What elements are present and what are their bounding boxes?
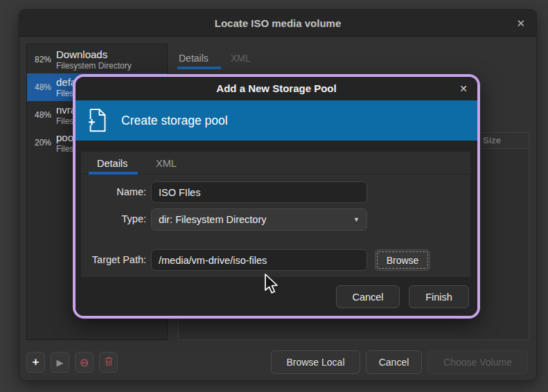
main-window-title: Locate ISO media volume: [19, 10, 536, 37]
play-icon: ▶: [57, 357, 64, 368]
main-cancel-button[interactable]: Cancel: [366, 350, 422, 374]
pool-usage-percent: 20%: [29, 138, 51, 148]
type-dropdown[interactable]: dir: Filesystem Directory ▼: [151, 208, 367, 231]
dialog-tab-details[interactable]: Details: [97, 158, 127, 169]
mouse-cursor: [264, 274, 281, 300]
browse-button[interactable]: Browse: [375, 249, 430, 271]
desktop-background: Locate ISO media volume ✕ 82% Downloads …: [0, 0, 548, 392]
name-input[interactable]: [151, 181, 367, 203]
chevron-down-icon: ▼: [353, 216, 360, 223]
trash-icon: [104, 356, 114, 369]
pool-usage-percent: 48%: [29, 110, 51, 120]
new-document-plus-icon: [85, 107, 111, 134]
start-pool-button[interactable]: ▶: [51, 352, 69, 373]
dialog-tab-xml[interactable]: XML: [156, 158, 177, 169]
pool-type: Filesystem Directory: [56, 61, 132, 71]
pool-list-item[interactable]: 82% Downloads Filesystem Directory: [27, 46, 167, 73]
stop-pool-button[interactable]: ⊖: [75, 352, 94, 373]
name-label: Name:: [81, 186, 146, 197]
choose-volume-button: Choose Volume: [427, 350, 528, 374]
target-path-input[interactable]: [151, 249, 367, 271]
type-label: Type:: [81, 213, 146, 224]
tab-details[interactable]: Details: [179, 53, 209, 64]
pool-usage-percent: 82%: [29, 55, 51, 64]
size-column-header[interactable]: Size: [483, 135, 501, 145]
pool-toolbar: + ▶ ⊖: [26, 352, 118, 373]
delete-pool-button[interactable]: [99, 352, 118, 373]
active-tab-indicator: [177, 66, 221, 69]
create-pool-banner: Create storage pool: [76, 100, 477, 141]
target-path-label: Target Path:: [81, 254, 146, 265]
add-pool-button[interactable]: +: [26, 352, 45, 373]
tab-xml[interactable]: XML: [231, 53, 251, 64]
dialog-titlebar[interactable]: Add a New Storage Pool ✕: [76, 77, 477, 100]
stop-circle-icon: ⊖: [80, 356, 89, 369]
dialog-tab-bar: Details XML: [81, 152, 470, 175]
dialog-form-panel: Details XML Name: Type: dir: Filesystem …: [81, 152, 470, 277]
browse-local-button[interactable]: Browse Local: [271, 350, 360, 374]
close-icon[interactable]: ✕: [516, 10, 525, 37]
dialog-active-tab-indicator: [89, 172, 138, 175]
banner-label: Create storage pool: [121, 114, 228, 128]
main-titlebar[interactable]: Locate ISO media volume ✕: [19, 10, 536, 37]
dialog-cancel-button[interactable]: Cancel: [336, 285, 400, 308]
dialog-close-icon[interactable]: ✕: [459, 77, 468, 100]
plus-icon: +: [33, 355, 39, 369]
dialog-finish-button[interactable]: Finish: [409, 285, 469, 308]
type-dropdown-value: dir: Filesystem Directory: [159, 214, 267, 225]
dialog-title: Add a New Storage Pool: [76, 77, 477, 100]
pool-usage-percent: 48%: [29, 82, 51, 92]
pool-name: Downloads: [56, 48, 132, 61]
